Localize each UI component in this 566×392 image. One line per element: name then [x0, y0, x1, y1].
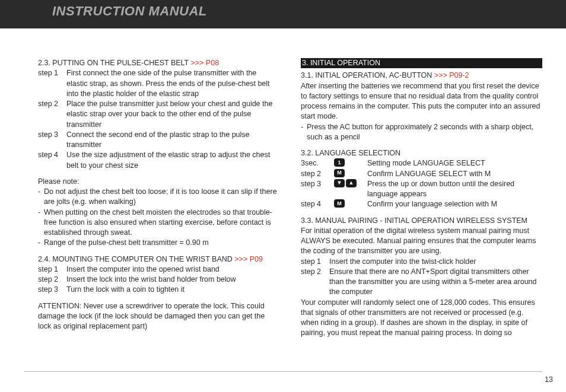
button-1-icon: 1 — [334, 158, 345, 167]
page-ref: >>> P09 — [234, 255, 263, 263]
section-heading: 2.4. MOUNTING THE COMPUTER ON THE WRIST … — [38, 254, 279, 264]
step-label: step 2 — [301, 169, 334, 179]
icon-step-row: step 3 ▼ ▲ Press the up or down button u… — [301, 179, 542, 200]
step-row: step 4 Use the size adjustment of the el… — [38, 150, 279, 171]
note-text: Range of the pulse-chest belt transmitte… — [44, 238, 279, 248]
footer-rule — [24, 371, 542, 372]
bullet-dash: - — [38, 238, 44, 248]
page-number: 13 — [545, 375, 553, 384]
step-text: Press the up or down button until the de… — [367, 179, 542, 200]
note-text: When putting on the chest belt moisten t… — [44, 208, 279, 238]
step-text: Insert the lock into the wrist band hold… — [66, 275, 279, 285]
section-3-1: 3.1. INITIAL OPERATION, AC-BUTTON >>> P0… — [301, 71, 542, 142]
step-row: step 1 Insert the computer into the twis… — [301, 257, 542, 267]
bullet-dash: - — [301, 122, 307, 143]
step-row: step 2 Place the pulse transmitter just … — [38, 99, 279, 130]
page-ref: >>> P09-2 — [434, 71, 469, 79]
button-up-icon: ▲ — [346, 179, 357, 187]
button-m-icon: M — [334, 199, 345, 208]
right-column: 3. INITIAL OPERATION 3.1. INITIAL OPERAT… — [301, 58, 542, 345]
section-heading: 2.3. PUTTING ON THE PULSE-CHEST BELT >>>… — [38, 58, 279, 68]
section-2-4: 2.4. MOUNTING THE COMPUTER ON THE WRIST … — [38, 254, 279, 295]
section-heading: 3.1. INITIAL OPERATION, AC-BUTTON >>> P0… — [301, 71, 542, 81]
note-block: Please note: - Do not adjust the chest b… — [38, 177, 279, 248]
page-ref: >>> P08 — [190, 59, 219, 67]
step-text: Turn the lock with a coin to tighten it — [66, 285, 279, 295]
step-text: Connect the second end of the plastic st… — [66, 130, 279, 151]
paragraph: After inserting the batteries we recomme… — [301, 81, 542, 122]
note-text: Do not adjust the chest belt too loose; … — [44, 187, 279, 208]
note-row: - When putting on the chest belt moisten… — [38, 208, 279, 238]
paragraph: Your computer will randomly select one o… — [301, 298, 542, 339]
paragraph: For initial operation of the digital wir… — [301, 226, 542, 257]
step-label: step 1 — [38, 68, 66, 99]
step-label: step 2 — [38, 275, 66, 285]
step-label: step 2 — [38, 99, 66, 130]
section-heading: 3.3. MANUAL PAIRING - INITIAL OPERATION … — [301, 216, 542, 226]
attention-text: ATTENTION: Never use a screwdriver to op… — [38, 301, 279, 332]
step-row: step 1 Insert the computer into the open… — [38, 264, 279, 275]
step-text: Place the pulse transmitter just below y… — [66, 99, 279, 130]
step-row: step 3 Connect the second end of the pla… — [38, 130, 279, 151]
icon-step-row: 3sec. 1 Setting mode LANGUAGE SELECT — [301, 158, 542, 168]
note-row: - Range of the pulse-chest belt transmit… — [38, 238, 279, 248]
step-label: step 1 — [38, 264, 66, 275]
step-text: Confirm your language selection with M — [367, 199, 542, 209]
button-m-icon: M — [334, 169, 345, 177]
step-label: 3sec. — [301, 158, 334, 168]
section-2-3: 2.3. PUTTING ON THE PULSE-CHEST BELT >>>… — [38, 58, 279, 171]
step-label: step 4 — [301, 199, 334, 209]
section-bar: 3. INITIAL OPERATION — [301, 58, 542, 68]
step-label: step 3 — [301, 179, 334, 200]
icon-step-row: step 4 M Confirm your language selection… — [301, 199, 542, 209]
step-text: Insert the computer into the opened wris… — [66, 264, 279, 275]
bullet-dash: - — [38, 208, 44, 238]
step-label: step 2 — [301, 267, 329, 298]
step-row: step 2 Insert the lock into the wrist ba… — [38, 275, 279, 285]
step-text: Confirm LANGUAGE SELECT with M — [367, 169, 542, 179]
icon-col: M — [334, 169, 367, 179]
button-down-icon: ▼ — [334, 179, 345, 187]
step-row: step 3 Turn the lock with a coin to tigh… — [38, 285, 279, 295]
section-3-3: 3.3. MANUAL PAIRING - INITIAL OPERATION … — [301, 216, 542, 339]
step-label: step 3 — [38, 285, 66, 295]
icon-col: ▼ ▲ — [334, 179, 367, 200]
step-text: Ensure that there are no ANT+Sport digit… — [329, 267, 542, 298]
section-heading: 3.2. LANGUAGE SELECTION — [301, 148, 542, 158]
heading-text: 2.3. PUTTING ON THE PULSE-CHEST BELT — [38, 59, 190, 67]
step-row: step 2 Ensure that there are no ANT+Spor… — [301, 267, 542, 298]
note-text: Press the AC button for approximately 2 … — [307, 122, 542, 143]
icon-step-row: step 2 M Confirm LANGUAGE SELECT with M — [301, 169, 542, 179]
step-text: Insert the computer into the twist-click… — [329, 257, 542, 267]
left-column: 2.3. PUTTING ON THE PULSE-CHEST BELT >>>… — [38, 58, 279, 345]
heading-text: 3.1. INITIAL OPERATION, AC-BUTTON — [301, 71, 434, 79]
page-content: 2.3. PUTTING ON THE PULSE-CHEST BELT >>>… — [0, 28, 566, 345]
step-text: First connect the one side of the pulse … — [66, 68, 279, 99]
icon-col: M — [334, 199, 367, 209]
section-3-2: 3.2. LANGUAGE SELECTION 3sec. 1 Setting … — [301, 148, 542, 210]
step-label: step 4 — [38, 150, 66, 171]
note-row: - Press the AC button for approximately … — [301, 122, 542, 143]
step-label: step 3 — [38, 130, 66, 151]
page-title: INSTRUCTION MANUAL — [52, 4, 207, 19]
note-row: - Do not adjust the chest belt too loose… — [38, 187, 279, 208]
step-text: Use the size adjustment of the elastic s… — [66, 150, 279, 171]
bullet-dash: - — [38, 187, 44, 208]
step-text: Setting mode LANGUAGE SELECT — [367, 158, 542, 168]
heading-text: 2.4. MOUNTING THE COMPUTER ON THE WRIST … — [38, 255, 234, 263]
icon-col: 1 — [334, 158, 367, 168]
step-label: step 1 — [301, 257, 329, 267]
header-bar: INSTRUCTION MANUAL — [0, 0, 566, 28]
step-row: step 1 First connect the one side of the… — [38, 68, 279, 99]
note-label: Please note: — [38, 177, 279, 187]
